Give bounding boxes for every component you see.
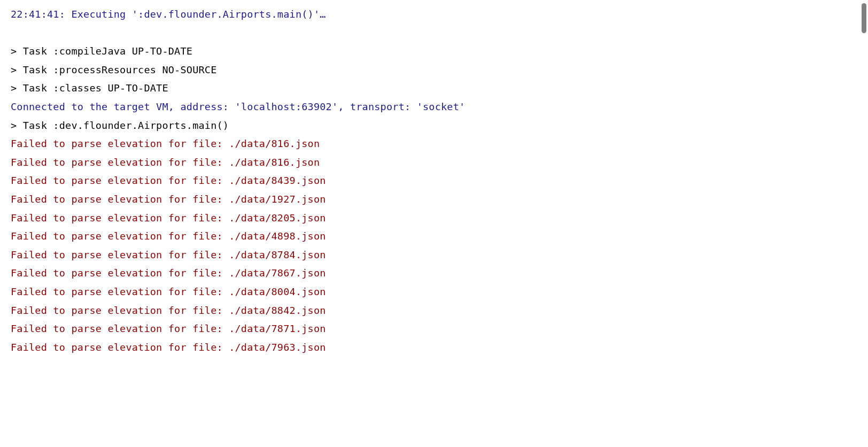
console-line: > Task :classes UP-TO-DATE xyxy=(11,79,857,98)
console-line: > Task :dev.flounder.Airports.main() xyxy=(11,117,857,135)
console-line: Failed to parse elevation for file: ./da… xyxy=(11,135,857,153)
console-line: Failed to parse elevation for file: ./da… xyxy=(11,190,857,209)
console-line: Failed to parse elevation for file: ./da… xyxy=(11,209,857,228)
console-line: Failed to parse elevation for file: ./da… xyxy=(11,338,857,357)
console-line: Failed to parse elevation for file: ./da… xyxy=(11,302,857,320)
console-line: > Task :processResources NO-SOURCE xyxy=(11,61,857,80)
console-line: Failed to parse elevation for file: ./da… xyxy=(11,264,857,283)
console-line: Failed to parse elevation for file: ./da… xyxy=(11,320,857,338)
console-line: Failed to parse elevation for file: ./da… xyxy=(11,283,857,302)
console-line: Failed to parse elevation for file: ./da… xyxy=(11,172,857,190)
console-line: > Task :compileJava UP-TO-DATE xyxy=(11,42,857,61)
console-line: Failed to parse elevation for file: ./da… xyxy=(11,153,857,172)
console-line: Failed to parse elevation for file: ./da… xyxy=(11,246,857,265)
console-line: Connected to the target VM, address: 'lo… xyxy=(11,98,857,117)
console-output[interactable]: 22:41:41: Executing ':dev.flounder.Airpo… xyxy=(11,5,857,357)
console-line: 22:41:41: Executing ':dev.flounder.Airpo… xyxy=(11,5,857,24)
console-line xyxy=(11,24,857,43)
vertical-scrollbar[interactable] xyxy=(862,3,866,33)
console-line: Failed to parse elevation for file: ./da… xyxy=(11,227,857,246)
